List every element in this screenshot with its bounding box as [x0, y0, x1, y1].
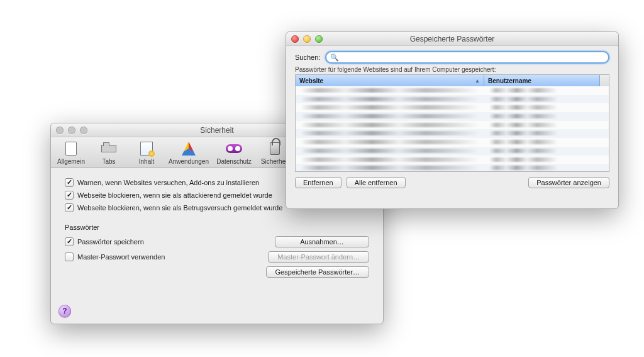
content-icon [136, 140, 157, 157]
table-row[interactable] [296, 121, 609, 130]
checkbox-block-fraud[interactable] [65, 203, 74, 212]
lock-icon [265, 140, 285, 157]
cell-website [296, 156, 484, 164]
cell-website [296, 103, 484, 112]
cell-website [296, 95, 484, 104]
remove-all-button[interactable]: Alle entfernen [347, 177, 406, 188]
passwords-body: Suchen: 🔍 Passwörter für folgende Websit… [286, 46, 618, 195]
cell-website [296, 138, 484, 147]
cell-username [484, 147, 609, 156]
table-row[interactable] [296, 112, 609, 121]
table-row[interactable] [296, 164, 609, 172]
table-row[interactable] [296, 95, 609, 104]
column-header-website[interactable]: Website ▲ [296, 75, 484, 86]
cell-username [484, 86, 609, 95]
saved-passwords-button[interactable]: Gespeicherte Passwörter… [266, 266, 370, 278]
search-icon: 🔍 [330, 54, 339, 62]
checkbox-use-master-password[interactable] [65, 252, 74, 261]
toolbar-item-inhalt[interactable]: Inhalt [128, 139, 165, 167]
table-header: Website ▲ Benutzername [296, 75, 609, 86]
cell-username [484, 138, 609, 147]
cell-website [296, 121, 484, 130]
show-passwords-button[interactable]: Passwörter anzeigen [528, 177, 609, 188]
toolbar-item-tabs[interactable]: Tabs [90, 139, 128, 167]
scrollbar[interactable] [600, 75, 609, 86]
remove-button[interactable]: Entfernen [295, 177, 341, 188]
cell-username [484, 156, 609, 164]
cell-username [484, 112, 609, 121]
toolbar-item-allgemein[interactable]: Allgemein [52, 139, 90, 167]
privacy-mask-icon [224, 140, 244, 157]
table-row[interactable] [296, 129, 609, 138]
cell-username [484, 103, 609, 112]
cell-website [296, 86, 484, 95]
passwords-table: Website ▲ Benutzername [295, 74, 609, 172]
cell-username [484, 164, 609, 172]
row-master-password: Master-Passwort verwenden Master-Passwor… [65, 251, 369, 263]
checkbox-save-passwords[interactable] [65, 237, 74, 246]
passwords-section-label: Passwörter [65, 224, 369, 231]
search-input[interactable] [341, 54, 604, 61]
cell-website [296, 112, 484, 121]
passwords-footer: Entfernen Alle entfernen Passwörter anze… [295, 177, 609, 188]
toolbar-item-anwendungen[interactable]: Anwendungen [165, 139, 212, 167]
help-button[interactable]: ? [58, 305, 71, 317]
passwords-rows [296, 86, 609, 172]
cell-website [296, 147, 484, 156]
passwords-hint: Passwörter für folgende Websites sind au… [295, 66, 609, 73]
label-save-passwords: Passwörter speichern [77, 238, 144, 246]
cell-website [296, 164, 484, 172]
applications-icon [179, 140, 199, 157]
search-label: Suchen: [295, 54, 320, 61]
column-header-username[interactable]: Benutzername [484, 75, 600, 86]
passwords-titlebar[interactable]: Gespeicherte Passwörter [286, 32, 618, 46]
label-block-fraud: Webseite blockieren, wenn sie als Betrug… [77, 204, 282, 212]
cell-username [484, 95, 609, 104]
cell-website [296, 129, 484, 138]
saved-passwords-window: Gespeicherte Passwörter Suchen: 🔍 Passwö… [286, 31, 619, 209]
row-save-passwords: Passwörter speichern Ausnahmen… [65, 236, 369, 247]
help-icon: ? [62, 307, 67, 315]
row-saved-passwords: Gespeicherte Passwörter… [65, 266, 369, 278]
general-icon [61, 140, 81, 157]
table-row[interactable] [296, 138, 609, 147]
tabs-icon [99, 140, 119, 157]
table-row[interactable] [296, 147, 609, 156]
search-row: Suchen: 🔍 [295, 51, 609, 64]
change-master-password-button: Master-Passwort ändern… [268, 251, 369, 263]
cell-username [484, 129, 609, 138]
cell-username [484, 121, 609, 130]
table-row[interactable] [296, 156, 609, 164]
checkbox-block-attack[interactable] [65, 191, 74, 200]
sort-ascending-icon: ▲ [475, 78, 480, 84]
search-box[interactable]: 🔍 [325, 51, 609, 64]
table-row[interactable] [296, 103, 609, 112]
label-use-master-password: Master-Passwort verwenden [77, 253, 165, 261]
exceptions-button[interactable]: Ausnahmen… [275, 236, 369, 247]
label-warn-addons: Warnen, wenn Websites versuchen, Add-ons… [77, 179, 259, 186]
checkbox-warn-addons[interactable] [65, 178, 74, 187]
toolbar-item-datenschutz[interactable]: Datenschutz [212, 139, 256, 167]
passwords-window-title: Gespeicherte Passwörter [286, 35, 618, 43]
table-row[interactable] [296, 86, 609, 95]
label-block-attack: Webseite blockieren, wenn sie als attack… [77, 191, 272, 199]
